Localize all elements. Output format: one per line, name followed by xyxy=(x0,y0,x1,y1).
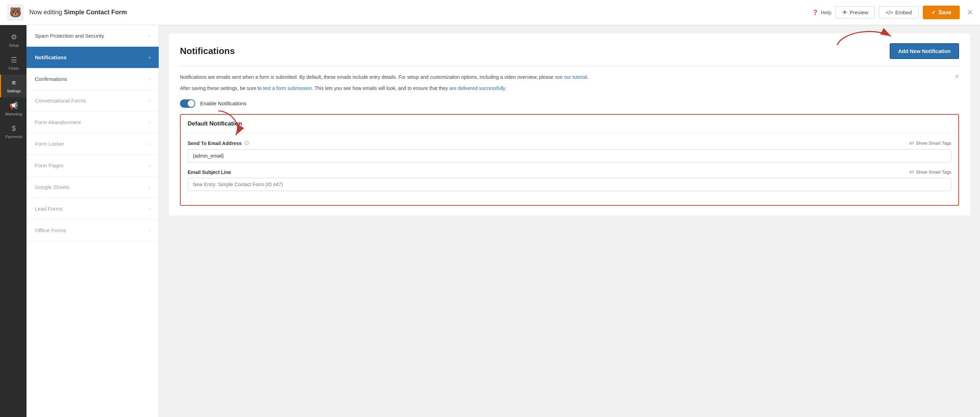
info-close-button[interactable]: ✕ xyxy=(955,73,959,80)
send-to-field-row: Send To Email Address ⓘ 🏷 Show Smart Tag… xyxy=(188,140,951,162)
left-sidebar: ⚙ Setup ☰ Fields ≡ Settings 📢 Marketing … xyxy=(0,25,27,417)
tag-icon-2: 🏷 xyxy=(909,169,914,175)
panel-header-container: Notifications Add New Notification xyxy=(180,43,959,59)
middle-menu: Spam Protection and Security › Notificat… xyxy=(27,25,159,417)
send-to-label: Send To Email Address xyxy=(188,140,242,146)
email-subject-input[interactable] xyxy=(188,178,951,191)
menu-item-form-abandonment[interactable]: Form Abandonment › xyxy=(27,111,159,133)
toggle-knob xyxy=(188,100,195,107)
code-icon: </> xyxy=(886,10,893,15)
info-box: ✕ Notifications are emails sent when a f… xyxy=(180,73,959,92)
email-subject-field-row: Email Subject Line 🏷 Show Smart Tags xyxy=(188,169,951,191)
sidebar-item-fields[interactable]: ☰ Fields xyxy=(0,52,27,75)
help-button[interactable]: ❓ Help xyxy=(812,10,831,16)
top-header: 🐻 Now editing Simple Contact Form ❓ Help… xyxy=(0,0,980,25)
info-text-1: Notifications are emails sent when a for… xyxy=(180,73,959,81)
menu-item-spam-protection[interactable]: Spam Protection and Security › xyxy=(27,25,159,47)
help-circle-icon: ❓ xyxy=(812,10,819,16)
notification-card-title: Default Notification xyxy=(188,120,242,127)
tag-icon: 🏷 xyxy=(909,140,914,146)
logo-area: 🐻 xyxy=(7,4,24,21)
sidebar-item-setup[interactable]: ⚙ Setup xyxy=(0,29,27,52)
menu-item-notifications[interactable]: Notifications › xyxy=(27,47,159,68)
chevron-right-icon-lead: › xyxy=(149,206,150,211)
main-layout: ⚙ Setup ☰ Fields ≡ Settings 📢 Marketing … xyxy=(0,25,980,417)
header-right: ❓ Help 👁 Preview </> Embed ✓ Save ✕ xyxy=(812,6,973,19)
show-smart-tags-send-to[interactable]: 🏷 Show Smart Tags xyxy=(909,140,951,146)
chevron-right-icon-offline: › xyxy=(149,228,150,233)
test-submission-link[interactable]: test a form submission xyxy=(263,86,312,91)
enable-notifications-toggle[interactable] xyxy=(180,99,195,108)
delivered-link[interactable]: are delivered successfully xyxy=(449,86,505,91)
header-left: 🐻 Now editing Simple Contact Form xyxy=(7,4,127,21)
email-subject-label-row: Email Subject Line 🏷 Show Smart Tags xyxy=(188,169,951,175)
sidebar-item-marketing[interactable]: 📢 Marketing xyxy=(0,97,27,120)
form-name: Simple Contact Form xyxy=(64,9,127,16)
enable-row: Enable Notifications xyxy=(180,99,959,108)
checkmark-icon: ✓ xyxy=(931,9,936,16)
add-btn-area: Add New Notification xyxy=(890,43,959,59)
sidebar-item-settings[interactable]: ≡ Settings xyxy=(0,75,27,97)
gear-icon: ⚙ xyxy=(11,33,17,41)
dollar-icon: $ xyxy=(12,124,16,132)
chevron-right-icon-pages: › xyxy=(149,163,150,168)
email-subject-label: Email Subject Line xyxy=(188,169,231,175)
show-smart-tags-subject[interactable]: 🏷 Show Smart Tags xyxy=(909,169,951,175)
send-to-input[interactable] xyxy=(188,149,951,162)
panel-divider xyxy=(180,66,959,66)
fields-icon: ☰ xyxy=(11,56,17,64)
menu-item-form-locker[interactable]: Form Locker › xyxy=(27,133,159,155)
send-to-help-icon[interactable]: ⓘ xyxy=(245,140,249,146)
notification-card-header: Default Notification xyxy=(181,115,958,133)
menu-item-lead-forms[interactable]: Lead Forms › xyxy=(27,198,159,220)
default-notification-card: Default Notification Send To Email Addre… xyxy=(180,114,959,206)
notification-card-body: Send To Email Address ⓘ 🏷 Show Smart Tag… xyxy=(181,133,958,205)
chevron-right-icon-aban: › xyxy=(149,119,150,125)
menu-item-google-sheets[interactable]: Google Sheets › xyxy=(27,177,159,198)
menu-item-conversational-forms[interactable]: Conversational Forms › xyxy=(27,90,159,111)
tutorial-link[interactable]: see our tutorial xyxy=(555,74,587,80)
chevron-right-icon-active: › xyxy=(149,55,150,60)
send-to-label-row: Send To Email Address ⓘ 🏷 Show Smart Tag… xyxy=(188,140,951,146)
sidebar-item-payments[interactable]: $ Payments xyxy=(0,120,27,143)
chevron-right-icon-conf: › xyxy=(149,76,150,81)
megaphone-icon: 📢 xyxy=(10,102,18,110)
close-button[interactable]: ✕ xyxy=(967,8,973,17)
panel-title: Notifications xyxy=(180,46,235,56)
save-button[interactable]: ✓ Save xyxy=(923,6,960,19)
notifications-panel: Notifications Add New Notification xyxy=(169,33,970,215)
chevron-right-icon-lock: › xyxy=(149,141,150,146)
chevron-right-icon-sheets: › xyxy=(149,185,150,190)
menu-item-offline-forms[interactable]: Offline Forms › xyxy=(27,220,159,241)
editing-text: Now editing Simple Contact Form xyxy=(29,9,127,16)
settings-icon: ≡ xyxy=(12,79,16,87)
main-content: Notifications Add New Notification xyxy=(159,25,980,417)
enable-label: Enable Notifications xyxy=(200,100,247,106)
embed-button[interactable]: </> Embed xyxy=(879,6,918,19)
arrow-annotation-1 xyxy=(834,25,896,48)
add-new-notification-button[interactable]: Add New Notification xyxy=(890,43,959,59)
chevron-right-icon-conv: › xyxy=(149,98,150,103)
enable-row-wrapper: Enable Notifications xyxy=(180,99,959,108)
menu-item-confirmations[interactable]: Confirmations › xyxy=(27,68,159,90)
logo-icon: 🐻 xyxy=(7,4,24,21)
menu-item-form-pages[interactable]: Form Pages › xyxy=(27,155,159,177)
eye-icon: 👁 xyxy=(842,10,848,15)
chevron-right-icon: › xyxy=(149,33,150,38)
info-text-2: After saving these settings, be sure to … xyxy=(180,84,959,92)
panel-header: Notifications Add New Notification xyxy=(180,43,959,59)
editing-prefix: Now editing xyxy=(29,9,64,16)
preview-button[interactable]: 👁 Preview xyxy=(835,6,875,19)
